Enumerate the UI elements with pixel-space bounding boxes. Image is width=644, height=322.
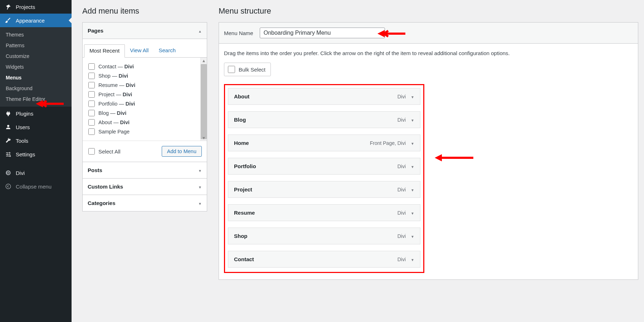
sidebar-sub-customize[interactable]: Customize [0, 51, 72, 62]
menu-item[interactable]: ResumeDivi [228, 204, 420, 221]
metabox-title: Posts [88, 167, 102, 173]
metabox-posts-header[interactable]: Posts [83, 162, 207, 178]
menu-structure-column: Menu structure Menu Name Drag the items … [213, 0, 644, 286]
menu-item[interactable]: PortfolioDivi [228, 158, 420, 175]
caret-down-icon [198, 200, 202, 206]
menu-item[interactable]: ShopDivi [228, 228, 420, 244]
tab-most-recent[interactable]: Most Recent [84, 44, 125, 58]
metabox-posts: Posts [82, 162, 207, 179]
tab-search[interactable]: Search [153, 44, 181, 58]
sidebar-item-tools[interactable]: Tools [0, 134, 72, 147]
sidebar-sub-widgets[interactable]: Widgets [0, 62, 72, 72]
sidebar-item-appearance[interactable]: Appearance [0, 14, 72, 27]
sidebar-item-divi[interactable]: Divi [0, 166, 72, 180]
sidebar-sub-appearance: Themes Patterns Customize Widgets Menus … [0, 27, 72, 107]
main-content: Add menu items Pages Most Recent View Al… [72, 0, 644, 322]
scroll-up-icon[interactable]: ▴ [201, 58, 207, 63]
menu-item-title: Project [234, 186, 252, 192]
add-menu-items-heading: Add menu items [82, 0, 207, 22]
menu-item[interactable]: AboutDivi [228, 88, 420, 105]
page-checkbox[interactable] [88, 128, 95, 135]
metabox-custom-links-header[interactable]: Custom Links [83, 179, 207, 195]
scroll-thumb[interactable] [201, 64, 207, 139]
metabox-pages-header[interactable]: Pages [83, 23, 207, 39]
menu-item[interactable]: HomeFront Page, Divi [228, 135, 420, 151]
page-checkbox[interactable] [88, 73, 95, 79]
tab-view-all[interactable]: View All [125, 44, 153, 58]
sidebar-label: Settings [16, 151, 35, 157]
sidebar-item-plugins[interactable]: Plugins [0, 107, 72, 120]
menu-item-type: Front Page, Divi [370, 140, 406, 146]
page-checkbox-row[interactable]: Sample Page [88, 127, 200, 136]
page-checkbox[interactable] [88, 110, 95, 116]
caret-down-icon[interactable] [411, 187, 414, 192]
sidebar-label: Appearance [16, 18, 45, 24]
menu-item-type: Divi [397, 94, 406, 99]
divi-icon [4, 170, 12, 176]
page-checkbox-row[interactable]: Blog — Divi [88, 108, 200, 118]
page-checkbox-row[interactable]: Portfolio — Divi [88, 99, 200, 108]
menu-item[interactable]: ProjectDivi [228, 181, 420, 198]
sidebar-label: Collapse menu [16, 184, 52, 190]
wrench-icon [4, 137, 12, 144]
page-checkbox-row[interactable]: Shop — Divi [88, 71, 200, 80]
menu-item-meta: Divi [397, 94, 414, 99]
metabox-pages-actions: Select All Add to Menu [83, 141, 207, 162]
sidebar-sub-menus[interactable]: Menus [0, 72, 72, 83]
select-all-checkbox[interactable]: Select All [88, 148, 121, 155]
page-checkbox[interactable] [88, 119, 95, 126]
caret-down-icon[interactable] [411, 164, 414, 169]
caret-up-icon [198, 28, 202, 34]
caret-down-icon[interactable] [411, 117, 414, 123]
page-checkbox[interactable] [88, 101, 95, 107]
page-checkbox-row[interactable]: About — Divi [88, 118, 200, 127]
sidebar-sub-theme-file-editor[interactable]: Theme File Editor [0, 94, 72, 104]
sidebar-sub-patterns[interactable]: Patterns [0, 40, 72, 51]
sidebar-label: Divi [16, 170, 25, 176]
metabox-pages: Pages Most Recent View All Search Contac… [82, 22, 207, 162]
page-label: Project — Divi [98, 92, 132, 97]
scroll-down-icon[interactable]: ▾ [201, 135, 207, 141]
add-to-menu-button[interactable]: Add to Menu [162, 146, 202, 157]
page-checkbox-row[interactable]: Resume — Divi [88, 80, 200, 90]
menu-structure-heading: Menu structure [219, 0, 638, 22]
sidebar-label: Projects [16, 4, 35, 10]
page-label: Shop — Divi [98, 73, 128, 79]
scrollbar[interactable]: ▴ ▾ [200, 58, 207, 141]
caret-down-icon[interactable] [411, 233, 414, 239]
page-checkbox[interactable] [88, 63, 95, 70]
metabox-title: Pages [88, 28, 103, 34]
page-checkbox[interactable] [88, 91, 95, 98]
caret-down-icon[interactable] [411, 210, 414, 216]
page-checkbox-row[interactable]: Contact — Divi [88, 62, 200, 71]
menu-item[interactable]: BlogDivi [228, 111, 420, 128]
page-label: Blog — Divi [98, 110, 126, 116]
sidebar-sub-themes[interactable]: Themes [0, 29, 72, 40]
menu-item-type: Divi [397, 233, 406, 239]
sidebar-item-settings[interactable]: Settings [0, 147, 72, 161]
page-checkbox[interactable] [88, 82, 95, 88]
metabox-title: Custom Links [88, 184, 123, 190]
select-all-input[interactable] [88, 148, 95, 155]
menu-name-input[interactable] [260, 28, 385, 38]
page-checkbox-row[interactable]: Project — Divi [88, 90, 200, 99]
caret-down-icon[interactable] [411, 94, 414, 99]
caret-down-icon[interactable] [411, 257, 414, 262]
user-icon [4, 124, 12, 130]
bulk-select-checkbox[interactable] [228, 66, 235, 73]
sidebar-item-projects[interactable]: Projects [0, 0, 72, 14]
caret-down-icon [198, 167, 202, 173]
sidebar-item-users[interactable]: Users [0, 120, 72, 134]
metabox-categories-header[interactable]: Categories [83, 195, 207, 211]
metabox-pages-body: Most Recent View All Search Contact — Di… [83, 44, 207, 162]
menu-item[interactable]: ContactDivi [228, 251, 420, 268]
sidebar-label: Plugins [16, 111, 33, 117]
sidebar-item-collapse[interactable]: Collapse menu [0, 180, 72, 193]
sidebar-label: Tools [16, 138, 28, 144]
caret-down-icon [198, 184, 202, 190]
pages-tabs: Most Recent View All Search [83, 44, 207, 58]
menu-item-type: Divi [397, 210, 406, 216]
bulk-select[interactable]: Bulk Select [224, 63, 271, 76]
caret-down-icon[interactable] [411, 140, 414, 146]
sidebar-sub-background[interactable]: Background [0, 83, 72, 94]
